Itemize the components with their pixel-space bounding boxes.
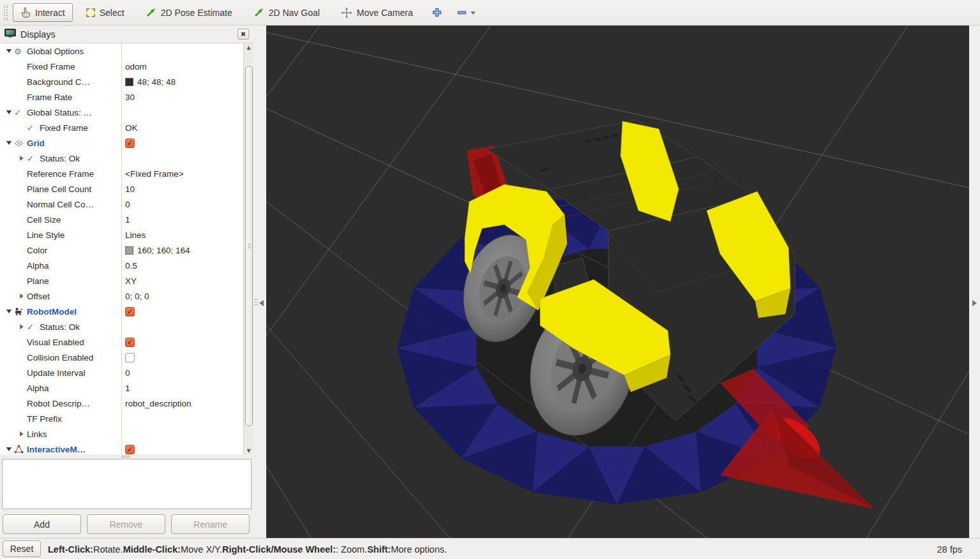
tree-row[interactable]: Plane Cell Count10 [0,181,243,197]
tree-row[interactable]: Collision Enabled✓ [0,350,243,365]
property-color-value[interactable]: 48; 48; 48 [125,74,176,89]
tree-row[interactable]: PlaneXY [0,273,243,288]
displays-panel-titlebar[interactable]: Displays ✖ [0,26,253,43]
add-tool-button[interactable] [426,4,448,21]
tree-row[interactable]: Line StyleLines [0,227,243,242]
collapse-arrow-icon[interactable] [17,156,27,161]
tree-row[interactable]: Robot Descrip…robot_description [0,396,243,411]
tree-row[interactable]: Alpha1 [0,380,243,396]
tree-row[interactable]: ✓Global Status: … [0,105,243,120]
expand-arrow-icon[interactable] [4,309,14,313]
property-value[interactable]: 30 [125,89,135,105]
property-label: Alpha [27,384,49,393]
checkbox-checked[interactable]: ✓ [125,445,135,454]
expand-arrow-icon[interactable] [4,49,14,53]
tree-row[interactable]: Cell Size1 [0,212,243,227]
tree-row[interactable]: ⚙Global Options [0,43,243,59]
color-swatch[interactable] [125,246,133,255]
nav-goal-tool[interactable]: 2D Nav Goal [246,3,328,22]
property-label: Offset [27,292,50,301]
scroll-up-icon[interactable]: ▲ [244,43,253,51]
help-segment: Shift: [367,544,391,555]
property-value[interactable]: 0 [125,365,130,380]
tree-row[interactable]: Update Interval0 [0,365,243,380]
property-value[interactable]: 10 [125,181,135,197]
checkbox-checked[interactable]: ✓ [125,338,135,347]
tree-row[interactable]: InteractiveM…✓ [0,442,243,454]
pose-estimate-tool[interactable]: 2D Pose Estimate [138,3,240,22]
property-value[interactable]: OK [125,120,138,135]
tree-row[interactable]: Links [0,426,243,442]
color-swatch[interactable] [125,78,133,86]
tree-row[interactable]: Frame Rate30 [0,89,243,105]
property-value[interactable]: XY [125,273,137,288]
select-tool[interactable]: Select [79,4,132,22]
scroll-down-icon[interactable]: ▼ [244,447,253,454]
tree-row[interactable]: ✓Fixed FrameOK [0,120,243,135]
chevron-down-icon[interactable] [471,11,476,15]
tree-row[interactable]: Offset0; 0; 0 [0,288,243,304]
toolbar: InteractSelect2D Pose Estimate2D Nav Goa… [0,0,980,26]
checkbox-checked[interactable]: ✓ [125,307,135,317]
property-label: Fixed Frame [40,123,88,133]
collapse-right-icon[interactable] [972,300,977,306]
scrollbar-thumb[interactable] [245,66,253,426]
collapse-arrow-icon[interactable] [17,431,27,436]
checkbox-checked[interactable]: ✓ [125,138,135,148]
property-value[interactable]: Lines [125,227,146,242]
expand-arrow-icon[interactable] [4,141,14,145]
collapse-arrow-icon[interactable] [17,324,27,329]
interact-tool[interactable]: Interact [13,3,73,22]
property-value[interactable]: 0; 0; 0 [125,288,149,304]
remove-tool-button[interactable] [451,4,481,21]
tree-row[interactable]: Visual Enabled✓ [0,334,243,350]
remove-display-button[interactable]: Remove [87,514,165,534]
green-arrow-icon [146,7,156,18]
four-way-arrows-icon [341,7,352,19]
window-resize-grip[interactable] [977,556,979,558]
tree-row[interactable]: Background C…48; 48; 48 [0,74,243,89]
tree-row[interactable]: Fixed Frameodom [0,59,243,74]
add-display-button[interactable]: Add [3,514,81,534]
property-label: TF Prefix [27,414,62,424]
tree-row[interactable]: Alpha0.5 [0,258,243,273]
property-value[interactable]: 0 [125,197,130,212]
move-camera-tool[interactable]: Move Camera [333,3,421,22]
expand-arrow-icon[interactable] [4,110,14,114]
tree-row[interactable]: Color160; 160; 164 [0,242,243,258]
tool-label: Move Camera [357,8,413,18]
selection-box-icon [86,8,95,17]
property-value[interactable]: 1 [125,380,130,396]
collapse-arrow-icon[interactable] [17,294,27,299]
reset-button[interactable]: Reset [3,540,41,557]
tree-row[interactable]: Grid✓ [0,135,243,151]
tree-row[interactable]: Normal Cell Co…0 [0,197,243,212]
check-icon: ✓ [14,108,27,117]
property-value[interactable]: robot_description [125,396,192,411]
right-dock-splitter[interactable] [969,26,980,538]
panel-splitter[interactable] [0,454,253,458]
tree-row[interactable]: ✓Status: Ok [0,151,243,166]
tree-scrollbar[interactable]: ▲ ▼ [243,43,253,454]
property-value[interactable]: odom [125,59,147,74]
displays-panel: Displays ✖ ⚙Global OptionsFixed Frameodo… [0,26,253,538]
description-box [2,459,252,509]
rename-display-button[interactable]: Rename [171,514,250,534]
help-segment: More options. [391,544,447,555]
toolbar-drag-handle[interactable] [4,5,8,20]
property-value[interactable]: <Fixed Frame> [125,166,184,181]
property-value[interactable]: 0.5 [125,258,137,273]
expand-arrow-icon[interactable] [4,447,14,451]
property-value[interactable]: 1 [125,212,130,227]
tree-row[interactable]: TF Prefix [0,411,243,426]
left-dock-splitter[interactable] [253,26,266,538]
close-icon[interactable]: ✖ [237,29,249,40]
tree-row[interactable]: ✓Status: Ok [0,319,243,334]
property-color-value[interactable]: 160; 160; 164 [125,242,190,258]
render-viewport-3d[interactable] [266,26,969,538]
tree-row[interactable]: Reference Frame<Fixed Frame> [0,166,243,181]
checkbox-unchecked[interactable]: ✓ [125,353,135,362]
tool-label: Interact [35,8,65,18]
tree-row[interactable]: RobotModel✓ [0,304,243,319]
collapse-left-icon[interactable] [259,300,264,306]
